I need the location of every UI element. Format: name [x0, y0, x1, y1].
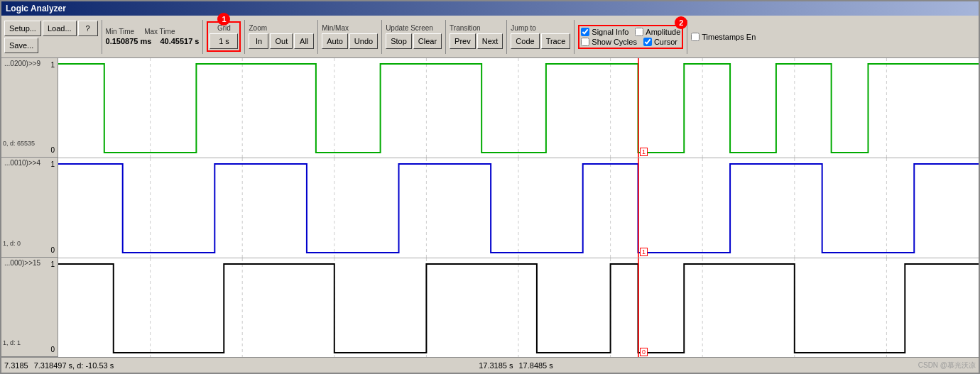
signal-label-row-1: ...0010)>>4101, d: 0 [1, 158, 58, 257]
signal-label-row-0: ...0200)>>9100, d: 65535 [1, 58, 58, 158]
stop-button[interactable]: Stop [386, 33, 412, 49]
main-content: ...0200)>>9100, d: 65535...0010)>>4101, … [1, 58, 979, 357]
sig-value-2: 1, d: 1 [3, 339, 21, 346]
sep3 [244, 20, 245, 54]
bottom-left-time: 7.3185 [4, 361, 28, 370]
signal-info-label: Signal Info [592, 28, 628, 36]
sep5 [381, 20, 382, 54]
amplitude-checkbox[interactable] [635, 28, 643, 36]
cursor-val-1: 1 [640, 248, 648, 256]
minmax-group: Min/Max Auto Undo [322, 24, 378, 49]
signal-name-2: ...000)>>15 [4, 259, 56, 267]
sep2 [202, 20, 203, 54]
bottom-bar: 7.3185 7.318497 s, d: -10.53 s 17.3185 s… [1, 357, 979, 373]
show-cycles-row: Show Cycles Cursor [581, 38, 680, 46]
undo-button[interactable]: Undo [349, 33, 378, 49]
cursor-checkbox[interactable] [643, 38, 652, 46]
waveform-canvas-0 [58, 58, 979, 158]
waveform-row-0: 1 [58, 58, 979, 158]
cursor-line-1 [638, 158, 639, 258]
toolbar: Setup... Load... ? Save... Min Time Max … [1, 16, 979, 58]
signal-labels: ...0200)>>9100, d: 65535...0010)>>4101, … [1, 58, 58, 357]
signal-name-1: ...0010)>>4 [4, 159, 56, 167]
cursor-line-2 [638, 258, 639, 357]
transition-group: Transition Prev Next [450, 24, 503, 49]
show-cycles-checkbox[interactable] [581, 38, 589, 46]
sig-lo-0: 0 [50, 146, 55, 154]
sep7 [506, 20, 507, 54]
min-time-value: 0.150875 ms [106, 37, 152, 45]
timestamps-label: Timestamps En [702, 33, 756, 41]
waveform-canvas-1 [58, 158, 979, 258]
code-button[interactable]: Code [511, 33, 539, 49]
sep8 [574, 20, 575, 54]
badge-2: 2 [675, 16, 687, 29]
prev-button[interactable]: Prev [450, 33, 476, 49]
zoom-in-button[interactable]: In [249, 33, 268, 49]
bottom-mid-time: 17.3185 s [479, 361, 513, 370]
trace-button[interactable]: Trace [541, 33, 571, 49]
file-group: Setup... Load... ? Save... [4, 21, 98, 53]
badge-1: 1 [217, 13, 230, 26]
max-time-value: 40.45517 s [160, 37, 199, 45]
waveform-canvas-2 [58, 258, 979, 357]
grid-value-button[interactable]: 1 s [209, 33, 238, 49]
bottom-right-time: 17.8485 s [518, 361, 552, 370]
signal-name-0: ...0200)>>9 [4, 60, 56, 67]
sig-value-0: 0, d: 65535 [3, 140, 35, 147]
zoom-group: Zoom In Out All [249, 24, 314, 49]
waveform-row-2: 0 [58, 258, 979, 357]
minmax-label: Min/Max [322, 24, 349, 32]
waveform-area: 110 [58, 58, 979, 357]
time-group: Min Time Max Time 0.150875 ms 40.45517 s [106, 28, 200, 45]
sep4 [317, 20, 318, 54]
grid-box: 1 Grid 1 s [207, 21, 241, 52]
title-bar: Logic Analyzer [1, 1, 979, 16]
waveform-row-1: 1 [58, 158, 979, 258]
clear-button[interactable]: Clear [413, 33, 442, 49]
help-button[interactable]: ? [78, 21, 98, 36]
cursor-val-0: 1 [640, 148, 648, 156]
jumpto-label: Jump to [511, 24, 536, 32]
sep1 [102, 20, 102, 54]
min-time-label: Min Time [106, 28, 135, 35]
window-title: Logic Analyzer [6, 4, 66, 13]
zoom-label: Zoom [249, 24, 267, 32]
timestamps-group: Timestamps En [691, 33, 756, 41]
zoom-all-button[interactable]: All [294, 33, 314, 49]
amplitude-label: Amplitude [646, 28, 680, 36]
update-label: Update Screen [386, 24, 433, 32]
cursor-label: Cursor [654, 38, 677, 46]
sig-hi-1: 1 [50, 160, 55, 168]
watermark: CSDN @慕光沃凉 [918, 361, 976, 370]
signal-info-row: Signal Info Amplitude [581, 28, 680, 36]
sig-lo-1: 0 [50, 246, 55, 254]
jumpto-group: Jump to Code Trace [511, 24, 570, 49]
sig-hi-0: 1 [50, 61, 55, 69]
cursor-val-2: 0 [640, 348, 648, 356]
options-container: 2 Signal Info Amplitude Show Cycles Curs… [578, 25, 683, 49]
sep6 [445, 20, 446, 54]
signal-label-row-2: ...000)>>15101, d: 1 [1, 258, 58, 357]
load-button[interactable]: Load... [43, 21, 77, 36]
logic-analyzer-window: Logic Analyzer Setup... Load... ? Save..… [0, 0, 980, 374]
next-button[interactable]: Next [477, 33, 503, 49]
show-cycles-label: Show Cycles [592, 38, 637, 46]
transition-label: Transition [450, 24, 481, 32]
setup-button[interactable]: Setup... [4, 21, 41, 36]
bottom-full: 7.318497 s, d: -10.53 s [34, 361, 114, 370]
max-time-label: Max Time [144, 28, 175, 35]
options-box: 2 Signal Info Amplitude Show Cycles Curs… [578, 25, 683, 49]
auto-button[interactable]: Auto [322, 33, 348, 49]
timestamps-checkbox[interactable] [691, 33, 699, 41]
sig-hi-2: 1 [50, 260, 55, 268]
save-button[interactable]: Save... [4, 38, 38, 53]
signal-info-checkbox[interactable] [581, 28, 589, 36]
sig-value-1: 1, d: 0 [3, 240, 21, 247]
sig-lo-2: 0 [50, 346, 55, 353]
cursor-line-0 [638, 58, 639, 158]
timestamps-row: Timestamps En [691, 33, 756, 41]
grid-container: 1 Grid 1 s [207, 21, 241, 52]
update-group: Update Screen Stop Clear [386, 24, 442, 49]
zoom-out-button[interactable]: Out [270, 33, 293, 49]
